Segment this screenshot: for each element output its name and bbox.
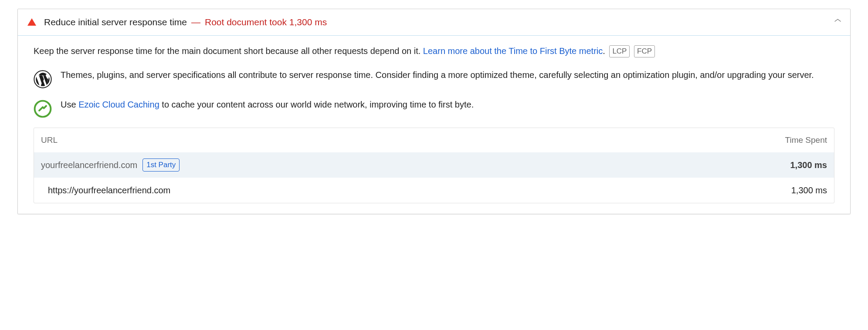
metric-badge-lcp: LCP xyxy=(609,45,630,57)
wordpress-advice-text: Themes, plugins, and server specificatio… xyxy=(61,68,814,82)
description-text: Keep the server response time for the ma… xyxy=(34,46,423,56)
stack-pack-wordpress: Themes, plugins, and server specificatio… xyxy=(34,68,834,88)
group-time: 1,300 ms xyxy=(766,158,827,172)
row-url: https://yourfreelancerfriend.com xyxy=(48,184,766,197)
audit-item: Reduce initial server response time — Ro… xyxy=(17,9,851,214)
metric-badge-fcp: FCP xyxy=(634,45,655,57)
ezoic-icon xyxy=(34,100,52,118)
party-badge: 1st Party xyxy=(142,158,180,172)
audit-title: Reduce initial server response time xyxy=(44,15,187,29)
audit-separator: — xyxy=(191,15,200,29)
ezoic-suffix: to cache your content across our world w… xyxy=(159,100,474,109)
ezoic-link[interactable]: Ezoic Cloud Caching xyxy=(78,100,159,109)
header-time: Time Spent xyxy=(766,134,827,147)
details-table: URL Time Spent yourfreelancerfriend.com … xyxy=(34,128,834,204)
row-time: 1,300 ms xyxy=(766,184,827,197)
audit-display-value: Root document took 1,300 ms xyxy=(205,15,327,29)
table-group-row[interactable]: yourfreelancerfriend.com 1st Party 1,300… xyxy=(34,152,834,178)
ezoic-advice-text: Use Ezoic Cloud Caching to cache your co… xyxy=(61,98,474,111)
ezoic-prefix: Use xyxy=(61,100,78,109)
table-row: https://yourfreelancerfriend.com 1,300 m… xyxy=(34,178,834,203)
header-url: URL xyxy=(41,134,766,147)
svg-point-1 xyxy=(35,101,51,117)
group-domain: yourfreelancerfriend.com xyxy=(41,158,137,172)
audit-header[interactable]: Reduce initial server response time — Ro… xyxy=(18,9,850,35)
audit-description: Keep the server response time for the ma… xyxy=(34,44,834,58)
wordpress-icon xyxy=(34,70,52,88)
chevron-up-icon[interactable]: ⌵ xyxy=(834,16,842,29)
audit-details: Keep the server response time for the ma… xyxy=(18,35,850,214)
fail-triangle-icon xyxy=(27,18,36,26)
description-suffix: . xyxy=(603,46,605,56)
stack-pack-ezoic: Use Ezoic Cloud Caching to cache your co… xyxy=(34,98,834,118)
learn-more-link[interactable]: Learn more about the Time to First Byte … xyxy=(423,46,603,56)
table-header-row: URL Time Spent xyxy=(34,128,834,153)
